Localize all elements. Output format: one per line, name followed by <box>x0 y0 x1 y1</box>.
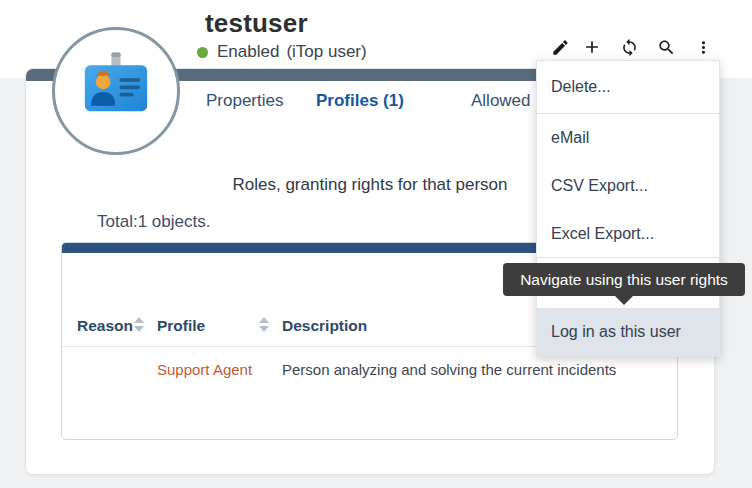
status-line: Enabled (iTop user) <box>197 42 367 62</box>
refresh-button[interactable] <box>616 34 642 60</box>
refresh-icon <box>620 38 639 57</box>
actions-dropdown-menu: Delete... eMail CSV Export... Excel Expo… <box>536 60 720 357</box>
search-button[interactable] <box>653 34 679 60</box>
search-icon <box>657 38 676 57</box>
column-header-profile[interactable]: Profile <box>157 305 205 346</box>
itop-user-detail-screen: Properties Profiles (1) Allowed Roles, g… <box>0 0 752 488</box>
sort-icon[interactable] <box>259 317 269 332</box>
menu-item-excel-export[interactable]: Excel Export... <box>537 210 719 257</box>
sort-icon[interactable] <box>134 317 144 332</box>
status-detail: (iTop user) <box>286 42 366 62</box>
login-tooltip: Navigate using this user rights <box>503 263 745 296</box>
status-label: Enabled <box>217 42 279 62</box>
column-header-reason[interactable]: Reason <box>77 305 133 346</box>
column-header-description: Description <box>282 305 367 346</box>
more-actions-button[interactable] <box>690 34 716 60</box>
tab-allowed-organizations[interactable]: Allowed <box>471 91 531 111</box>
edit-button[interactable] <box>547 34 573 60</box>
menu-item-email[interactable]: eMail <box>537 114 719 162</box>
profile-link[interactable]: Support Agent <box>157 347 252 393</box>
total-objects-label: Total:1 objects. <box>97 212 210 232</box>
tooltip-text: Navigate using this user rights <box>520 271 728 289</box>
page-title: testuser <box>205 8 308 39</box>
tooltip-arrow <box>615 296 633 305</box>
menu-item-delete[interactable]: Delete... <box>537 61 719 113</box>
menu-item-login-as-user[interactable]: Log in as this user <box>537 308 719 356</box>
new-button[interactable] <box>579 34 605 60</box>
tab-profiles[interactable]: Profiles (1) <box>316 91 404 111</box>
menu-item-csv-export[interactable]: CSV Export... <box>537 162 719 210</box>
user-avatar <box>52 27 180 155</box>
status-enabled-dot <box>197 47 208 58</box>
plus-icon <box>582 37 602 57</box>
id-badge-icon <box>72 47 160 135</box>
kebab-menu-icon <box>694 38 713 57</box>
tab-properties[interactable]: Properties <box>206 91 283 111</box>
pencil-icon <box>551 38 570 57</box>
